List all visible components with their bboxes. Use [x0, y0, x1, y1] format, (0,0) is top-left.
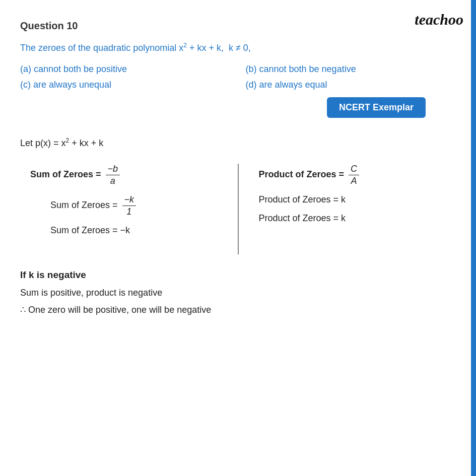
sum-label: Sum of Zeroes = — [30, 169, 101, 179]
sum-row-1: Sum of Zeroes = −b a — [30, 164, 228, 186]
sum-frac-num: −b — [106, 164, 120, 175]
ncert-badge: NCERT Exemplar — [327, 97, 426, 118]
product-result-1: Product of Zeroes = k — [259, 194, 346, 205]
sum-row-2: Sum of Zeroes = −k 1 — [30, 194, 228, 217]
product-result-2: Product of Zeroes = k — [259, 213, 346, 223]
right-border — [471, 0, 476, 476]
sum-frac2-num: −k — [122, 194, 137, 206]
if-k-line2: ∴ One zero will be positive, one will be… — [20, 304, 456, 315]
product-frac-den: A — [349, 175, 359, 186]
sum-section: Sum of Zeroes = −b a Sum of Zeroes = −k … — [20, 164, 228, 244]
let-px: Let p(x) = x2 + kx + k — [20, 132, 456, 149]
sum-frac2-den: 1 — [124, 206, 133, 217]
options-grid: (a) cannot both be positive (b) cannot b… — [20, 64, 456, 90]
sum-frac-2: −k 1 — [122, 194, 137, 217]
product-section: Product of Zeroes = C A Product of Zeroe… — [249, 164, 456, 232]
teachoo-logo: teachoo — [415, 11, 463, 28]
option-c: (c) are always unequal — [20, 80, 231, 90]
sum-frac-den: a — [108, 175, 117, 186]
option-d: (d) are always equal — [246, 80, 456, 90]
option-b: (b) cannot both be negative — [246, 64, 456, 75]
product-row-1: Product of Zeroes = C A — [259, 164, 456, 186]
sum-label-2: Sum of Zeroes = — [50, 200, 118, 210]
if-k-heading: If k is negative — [20, 269, 456, 281]
question-number: Question 10 — [20, 20, 456, 32]
product-frac-num: C — [349, 164, 359, 175]
sum-row-3: Sum of Zeroes = −k — [30, 225, 228, 236]
if-k-section: If k is negative Sum is positive, produc… — [20, 269, 456, 315]
sum-frac-1: −b a — [106, 164, 120, 186]
if-k-line1: Sum is positive, product is negative — [20, 288, 456, 298]
math-divider — [238, 164, 239, 254]
product-row-3: Product of Zeroes = k — [259, 213, 456, 224]
option-a: (a) cannot both be positive — [20, 64, 231, 75]
product-label: Product of Zeroes = — [259, 169, 345, 179]
badge-container: NCERT Exemplar — [20, 97, 456, 132]
question-text: The zeroes of the quadratic polynomial x… — [20, 41, 456, 55]
math-section: Sum of Zeroes = −b a Sum of Zeroes = −k … — [20, 164, 456, 254]
product-frac: C A — [349, 164, 359, 186]
product-row-2: Product of Zeroes = k — [259, 194, 456, 205]
sum-result: Sum of Zeroes = −k — [50, 225, 130, 235]
